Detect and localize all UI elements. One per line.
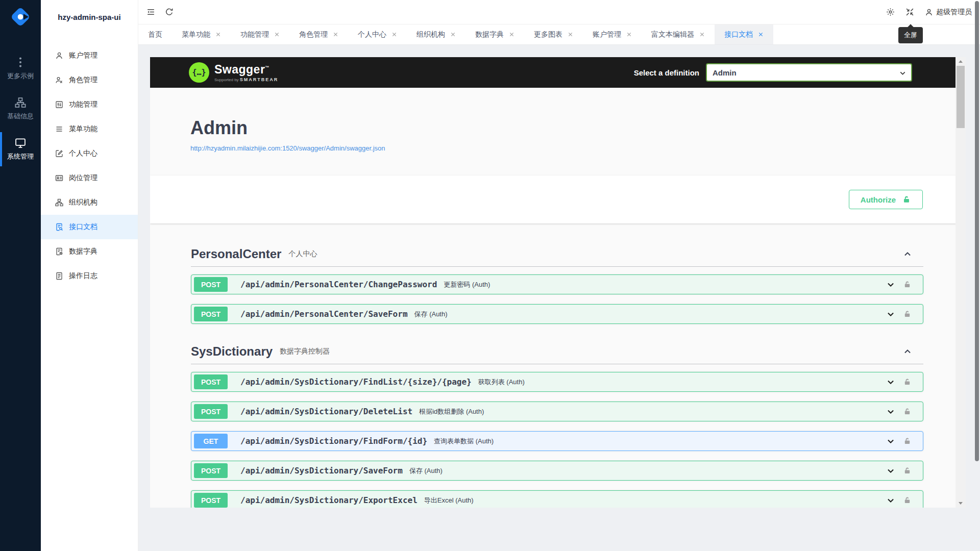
sidebar-item-icon [55,52,63,60]
lock-open-icon[interactable] [903,407,912,416]
scroll-up-button[interactable] [955,57,966,66]
endpoint-path: /api/admin/SysDictionary/ExportExcel [240,495,418,505]
lock-open-icon[interactable] [903,280,912,289]
rail-item[interactable]: 系统管理 [0,129,41,169]
expand-chevron-down-icon[interactable] [886,496,895,505]
method-badge: POST [194,493,228,508]
section-title: PersonalCenter [191,247,281,261]
rail-item-label: 系统管理 [7,152,34,161]
api-info: Admin http://hzyadmin.milaizhijie.com:15… [150,88,966,152]
tab-close-icon[interactable] [568,32,573,37]
lock-open-icon[interactable] [903,496,912,505]
endpoint-actions [886,466,912,475]
rail-item[interactable]: 基础信息 [0,89,41,129]
swagger-scrollbar[interactable] [955,57,966,508]
endpoint-row[interactable]: POST /api/admin/SysDictionary/SaveForm 保… [191,461,923,481]
expand-chevron-down-icon[interactable] [886,310,895,319]
sidebar-item-icon [55,125,63,133]
tab[interactable]: 首页 [138,24,172,44]
tab-close-icon[interactable] [215,32,221,37]
tab-label: 富文本编辑器 [651,30,694,39]
endpoint-row[interactable]: POST /api/admin/SysDictionary/DeleteList… [191,402,923,421]
section-collapse-chevron-up-icon[interactable] [903,347,912,356]
refresh-icon[interactable] [165,8,174,16]
lock-open-icon[interactable] [903,310,912,318]
rail-item[interactable]: 更多示例 [0,48,41,89]
tab-close-icon[interactable] [509,32,514,37]
tab[interactable]: 个人中心 [348,24,407,44]
tab[interactable]: 组织机构 [407,24,465,44]
sidebar-item-label: 操作日志 [69,271,97,281]
tab[interactable]: 菜单功能 [172,24,231,44]
user-menu[interactable]: 超级管理员 [925,8,972,17]
sidebar-item[interactable]: 功能管理 [41,92,138,117]
method-badge: POST [194,307,228,321]
lock-open-icon[interactable] [903,378,912,386]
swagger-logo: {…} Swagger™ Supported by SMARTBEAR [189,62,278,83]
person-icon [925,8,933,16]
tab[interactable]: 角色管理 [289,24,348,44]
sidebar-item[interactable]: 个人中心 [41,141,138,166]
sidebar-item[interactable]: 数据字典 [41,239,138,264]
tab-close-icon[interactable] [758,32,764,37]
app-logo[interactable] [8,5,33,29]
sidebar-item[interactable]: 组织机构 [41,190,138,215]
tab-label: 菜单功能 [182,30,210,39]
tab[interactable]: 功能管理 [231,24,289,44]
sidebar-item-label: 菜单功能 [69,124,97,134]
sidebar-item[interactable]: 操作日志 [41,264,138,288]
scroll-down-button[interactable] [955,499,966,508]
tab-close-icon[interactable] [274,32,280,37]
tab-close-icon[interactable] [333,32,338,37]
tab-close-icon[interactable] [391,32,397,37]
tab[interactable]: 更多图表 [524,24,583,44]
api-section: PersonalCenter 个人中心 POST /api/admin/Pers… [191,247,923,324]
expand-chevron-down-icon[interactable] [886,466,895,475]
fullscreen-icon[interactable] [905,8,914,16]
sidebar-item[interactable]: 岗位管理 [41,166,138,190]
lock-open-icon[interactable] [903,466,912,475]
page-scrollbar-thumb[interactable] [975,1,979,461]
tab-close-icon[interactable] [450,32,456,37]
tab-label: 数据字典 [475,30,504,39]
tab[interactable]: 接口文档 [715,24,773,44]
tab-close-icon[interactable] [626,32,632,37]
tab-close-icon[interactable] [699,32,705,37]
sidebar-item-label: 岗位管理 [69,173,97,183]
section-header[interactable]: SysDictionary 数据字典控制器 [191,344,923,364]
expand-chevron-down-icon[interactable] [886,437,895,446]
tab[interactable]: 账户管理 [583,24,642,44]
rail-item-icon [15,137,26,148]
collapse-sidebar-icon[interactable] [146,8,155,16]
authorize-button[interactable]: Authorize [849,190,923,209]
sidebar-item[interactable]: 账户管理 [41,43,138,68]
endpoint-row[interactable]: POST /api/admin/PersonalCenter/SaveForm … [191,304,923,324]
expand-chevron-down-icon[interactable] [886,280,895,289]
app-title: hzy-admin-spa-ui [41,0,138,34]
top-header: 超级管理员 [138,0,980,24]
tab-bar: 首页 菜单功能 功能管理 角色管理 个人中心 组织机构 数据字典 更多图表 账户… [138,24,980,45]
sidebar-item[interactable]: 角色管理 [41,68,138,92]
sidebar: hzy-admin-spa-ui 账户管理 角色管理 功能管理 菜单功能 个人中… [41,0,138,551]
section-header[interactable]: PersonalCenter 个人中心 [191,247,923,267]
endpoint-path: /api/admin/SysDictionary/FindForm/{id} [240,436,427,446]
swagger-brand-mark: ™ [265,65,270,70]
endpoint-row[interactable]: POST /api/admin/SysDictionary/FindList/{… [191,372,923,392]
expand-chevron-down-icon[interactable] [886,407,895,416]
gear-icon[interactable] [886,8,895,16]
tab[interactable]: 富文本编辑器 [642,24,715,44]
endpoint-row[interactable]: POST /api/admin/SysDictionary/ExportExce… [191,490,923,508]
swagger-scrollbar-thumb[interactable] [957,66,965,128]
expand-chevron-down-icon[interactable] [886,378,895,387]
section-subtitle: 数据字典控制器 [280,347,330,356]
section-collapse-chevron-up-icon[interactable] [903,249,912,259]
sidebar-item[interactable]: 接口文档 [41,215,138,239]
api-spec-url[interactable]: http://hzyadmin.milaizhijie.com:1520/swa… [190,144,923,152]
definition-select[interactable]: Admin [706,63,912,82]
method-badge: POST [194,404,228,419]
endpoint-row[interactable]: GET /api/admin/SysDictionary/FindForm/{i… [191,431,923,451]
tab[interactable]: 数据字典 [465,24,524,44]
endpoint-row[interactable]: POST /api/admin/PersonalCenter/ChangePas… [191,274,923,294]
lock-open-icon[interactable] [903,437,912,445]
sidebar-item[interactable]: 菜单功能 [41,117,138,141]
